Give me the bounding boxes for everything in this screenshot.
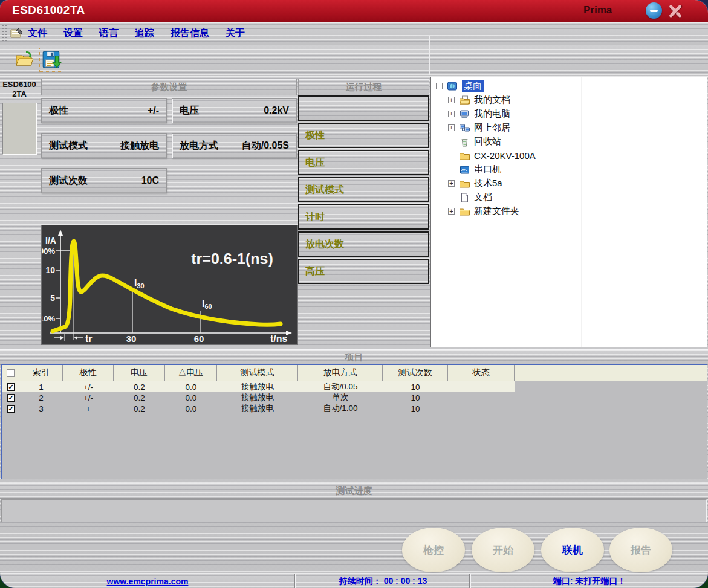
tree-item-0[interactable]: −桌面 <box>431 79 581 93</box>
params-panel: 极性+/-电压0.2kV测试模式接触放电放电方式自动/0.05S测试次数10C <box>41 98 297 193</box>
ytick-5: 5 <box>50 293 55 303</box>
chart-ylabel: I/A <box>45 236 56 245</box>
tree-item-9[interactable]: +新建文件夹 <box>431 204 581 218</box>
table-cell <box>448 403 515 414</box>
table-row[interactable]: ✓3+0.20.0接触放电自动/1.0010 <box>2 403 707 414</box>
chart-annotation: tr=0.6-1(ns) <box>191 250 273 267</box>
header-checkbox[interactable] <box>7 369 15 377</box>
table-row[interactable]: ✓1+/-0.20.0接触放电自动/0.0510 <box>2 381 707 392</box>
tree-item-label: 新建文件夹 <box>474 205 519 217</box>
params-panel-title: 参数设置 <box>41 79 297 95</box>
close-button[interactable] <box>666 2 684 20</box>
tree-item-4[interactable]: 回收站 <box>431 135 581 149</box>
app-icon <box>10 27 24 40</box>
waveform-chart: I/A 90% 10 5 10% tr 30 60 t/ns tr=0.6-1(… <box>41 225 298 345</box>
table-cell: + <box>63 403 114 414</box>
website-link[interactable]: www.emcprima.com <box>107 577 189 586</box>
table-cell: +/- <box>63 392 114 403</box>
table-cell: 接触放电 <box>217 381 298 392</box>
column-header-2: 电压 <box>114 365 165 381</box>
tree-item-1[interactable]: +我的文档 <box>431 93 581 107</box>
action-button-row: 枪控开始联机报告 <box>0 522 708 573</box>
table-cell: 0.2 <box>114 381 165 392</box>
tree-expander[interactable]: + <box>448 180 455 187</box>
progress-section-title: 测试进度 <box>0 483 708 499</box>
process-box-4: 计时 <box>298 204 429 230</box>
tree-item-5[interactable]: CX-20KV-100A <box>431 149 581 163</box>
table-cell: 自动/0.05 <box>298 381 383 392</box>
table-cell: 10 <box>383 403 448 414</box>
table-row[interactable]: ✓2+/-0.20.0接触放电单次10 <box>2 392 707 403</box>
table-cell: 1 <box>19 381 63 392</box>
tree-spacer <box>448 138 455 145</box>
menu-items: 文件设置语言追踪报告信息关于 <box>28 22 245 45</box>
menu-item-0[interactable]: 文件 <box>28 27 47 40</box>
tree-item-label: 我的文档 <box>474 94 510 106</box>
tree-item-label: 桌面 <box>462 80 484 92</box>
items-section-title: 项目 <box>0 349 708 365</box>
tree-expander[interactable]: − <box>436 83 443 89</box>
process-panel: 极性电压测试模式计时放电次数高压 <box>298 95 429 286</box>
menu-item-5[interactable]: 关于 <box>226 27 245 40</box>
tree-item-8[interactable]: 文档 <box>431 190 581 204</box>
tree-item-label: 串口机 <box>474 164 501 175</box>
tree-expander[interactable]: + <box>448 97 455 103</box>
row-checkbox[interactable]: ✓ <box>7 383 15 391</box>
window-title: ESD61002TA <box>12 4 85 17</box>
open-file-button[interactable] <box>13 48 36 71</box>
row-checkbox-cell: ✓ <box>2 392 19 403</box>
param-box-1[interactable]: 电压0.2kV <box>172 98 297 123</box>
device-tab-panel[interactable] <box>2 103 37 155</box>
minimize-button[interactable] <box>646 2 662 19</box>
param-box-4[interactable]: 测试次数10C <box>41 168 167 193</box>
param-value: 10C <box>141 175 159 186</box>
process-box-2: 电压 <box>298 150 429 175</box>
save-file-button[interactable] <box>40 48 63 71</box>
tree-item-7[interactable]: +技术5a <box>431 176 581 190</box>
process-box-6: 高压 <box>298 259 429 284</box>
tree-expander[interactable]: + <box>448 111 455 117</box>
row-checkbox[interactable]: ✓ <box>7 394 15 402</box>
param-box-3[interactable]: 放电方式自动/0.05S <box>172 133 297 158</box>
desktop-icon <box>447 82 458 91</box>
table-cell: 0.2 <box>114 403 165 414</box>
menu-item-4[interactable]: 报告信息 <box>171 27 209 40</box>
action-button-0[interactable]: 枪控 <box>402 528 465 572</box>
toolbar-grip[interactable] <box>2 25 4 42</box>
table-header: 索引极性电压△电压测试模式放电方式测试次数状态 <box>2 365 707 381</box>
my-computer-icon <box>459 109 470 119</box>
ytick-10pct: 10% <box>42 314 55 323</box>
param-label: 极性 <box>49 105 68 117</box>
row-checkbox[interactable]: ✓ <box>7 405 15 413</box>
action-button-3[interactable]: 报告 <box>609 528 672 572</box>
param-box-2[interactable]: 测试模式接触放电 <box>41 133 167 158</box>
open-folder-icon <box>15 50 35 69</box>
tree-item-6[interactable]: 串口机 <box>431 163 581 176</box>
param-value: 0.2kV <box>264 105 289 116</box>
row-filler <box>515 392 707 403</box>
tree-expander[interactable]: + <box>448 208 455 215</box>
action-button-1[interactable]: 开始 <box>472 528 534 572</box>
tree-spacer <box>448 166 455 173</box>
status-port: 端口: 未打开端口！ <box>471 573 708 588</box>
header-checkbox-cell <box>2 365 19 381</box>
menu-item-3[interactable]: 追踪 <box>135 27 154 40</box>
table-cell <box>448 392 515 403</box>
file-list-panel[interactable] <box>582 77 707 347</box>
column-header-7: 状态 <box>448 365 515 381</box>
param-value: 接触放电 <box>120 140 159 152</box>
tree-expander[interactable]: + <box>448 124 455 131</box>
param-box-0[interactable]: 极性+/- <box>41 98 167 123</box>
action-button-2[interactable]: 联机 <box>541 528 604 572</box>
toolbar <box>0 45 708 76</box>
tree-item-2[interactable]: +我的电脑 <box>431 107 581 121</box>
menu-item-2[interactable]: 语言 <box>99 27 119 40</box>
menu-item-1[interactable]: 设置 <box>63 27 83 40</box>
folder-icon <box>459 207 470 216</box>
serial-device-icon <box>459 165 470 175</box>
table-cell: 10 <box>383 381 448 392</box>
process-panel-title: 运行过程 <box>298 79 429 95</box>
file-tree: −桌面+我的文档+我的电脑+网上邻居回收站CX-20KV-100A串口机+技术5… <box>431 77 581 218</box>
folder-icon <box>459 179 470 189</box>
tree-item-3[interactable]: +网上邻居 <box>431 121 581 135</box>
